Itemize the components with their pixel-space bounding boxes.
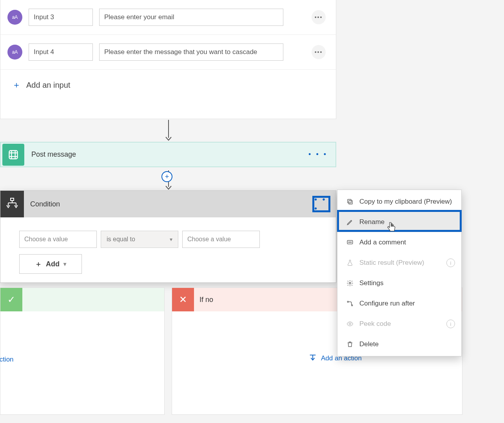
svg-rect-14: [349, 201, 352, 204]
ctx-copy-clipboard[interactable]: Copy to my clipboard (Preview): [337, 192, 461, 212]
ctx-add-comment[interactable]: Add a comment: [337, 232, 461, 253]
condition-expression-row: Choose a value is equal to ▾ Choose a va…: [19, 231, 317, 248]
slack-icon: [2, 144, 24, 166]
ctx-copy-label: Copy to my clipboard (Preview): [359, 198, 452, 206]
check-icon: ✓: [0, 288, 22, 311]
condition-left-value[interactable]: Choose a value: [19, 231, 97, 248]
run-after-icon: [346, 300, 354, 307]
add-action-label: n action: [0, 356, 14, 363]
post-message-title: Post message: [31, 150, 76, 159]
svg-point-22: [352, 305, 353, 306]
text-type-icon: аA: [7, 10, 22, 25]
condition-body: Choose a value is equal to ▾ Choose a va…: [0, 217, 336, 282]
trash-icon: [346, 341, 354, 348]
comment-icon: [346, 239, 354, 246]
info-icon: i: [446, 320, 455, 328]
eye-icon: [346, 320, 354, 327]
input-4-prompt-field[interactable]: Please enter the message that you want t…: [99, 43, 283, 61]
condition-header[interactable]: Condition • • •: [0, 191, 336, 217]
input-3-name-field[interactable]: Input 3: [29, 9, 93, 26]
condition-operator-label: is equal to: [107, 236, 135, 243]
input-4-name-field[interactable]: Input 4: [29, 43, 93, 61]
chevron-down-icon: ▾: [170, 236, 172, 242]
text-type-icon: аA: [7, 45, 22, 60]
input-3-prompt-field[interactable]: Please enter your email: [99, 9, 283, 26]
condition-title: Condition: [30, 200, 60, 208]
add-action-icon: [308, 353, 317, 363]
condition-add-button[interactable]: ＋ Add ▾: [19, 254, 82, 274]
condition-more-button[interactable]: • • •: [312, 196, 330, 212]
if-yes-card: ✓ If yes n action: [0, 287, 165, 415]
condition-card: Condition • • • Choose a value is equal …: [0, 190, 336, 283]
chevron-down-icon: ▾: [63, 261, 66, 267]
ctx-rename-label: Rename: [359, 218, 384, 226]
gear-icon: [346, 280, 354, 287]
condition-add-label: Add: [46, 260, 60, 268]
ctx-static-result: Static result (Preview) i: [337, 253, 461, 273]
pencil-icon: [346, 219, 354, 226]
svg-point-17: [348, 242, 349, 243]
trigger-input-row-4: аA Input 4 Please enter the message that…: [0, 35, 336, 70]
condition-icon: [0, 191, 24, 217]
flask-icon: [346, 259, 354, 266]
ctx-peek-code: Peek code i: [337, 314, 461, 334]
if-yes-add-action[interactable]: n action: [0, 356, 14, 363]
svg-rect-7: [11, 198, 14, 201]
ctx-run-after[interactable]: Configure run after: [337, 293, 461, 314]
svg-point-20: [349, 282, 351, 284]
trigger-input-row-3: аA Input 3 Please enter your email •••: [0, 0, 336, 35]
add-input-label: Add an input: [26, 81, 70, 90]
if-yes-header[interactable]: ✓ If yes: [0, 288, 164, 311]
ctx-comment-label: Add a comment: [359, 239, 406, 246]
copy-icon: [346, 198, 354, 205]
add-input-button[interactable]: ＋ Add an input: [0, 70, 336, 100]
input-4-more-button[interactable]: •••: [312, 45, 326, 59]
if-no-title: If no: [199, 296, 213, 304]
post-message-card[interactable]: Post message • • •: [0, 142, 336, 167]
plus-icon: ＋: [35, 259, 42, 269]
ctx-peek-label: Peek code: [359, 320, 391, 328]
info-icon: i: [446, 258, 455, 267]
plus-icon: ＋: [12, 79, 21, 91]
ctx-runafter-label: Configure run after: [359, 300, 415, 307]
ctx-settings-label: Settings: [359, 279, 383, 287]
svg-rect-1: [9, 150, 18, 159]
connector-arrow: [165, 120, 172, 143]
ctx-rename[interactable]: Rename: [337, 212, 461, 232]
ctx-settings[interactable]: Settings: [337, 273, 461, 293]
ctx-delete[interactable]: Delete: [337, 334, 461, 354]
input-3-more-button[interactable]: •••: [312, 10, 326, 24]
condition-operator-select[interactable]: is equal to ▾: [101, 231, 178, 248]
svg-point-18: [350, 242, 350, 243]
post-message-more-button[interactable]: • • •: [308, 150, 328, 159]
svg-point-23: [349, 323, 351, 325]
insert-step-button[interactable]: +: [161, 171, 172, 182]
svg-point-19: [351, 242, 352, 243]
condition-right-value[interactable]: Choose a value: [182, 231, 260, 248]
svg-point-21: [347, 301, 348, 302]
ctx-static-label: Static result (Preview): [359, 259, 424, 267]
ctx-delete-label: Delete: [359, 340, 379, 348]
condition-context-menu: Copy to my clipboard (Preview) Rename Ad…: [337, 190, 462, 356]
close-icon: ✕: [172, 288, 194, 311]
trigger-card: аA Input 3 Please enter your email ••• а…: [0, 0, 336, 119]
svg-rect-15: [348, 199, 351, 203]
